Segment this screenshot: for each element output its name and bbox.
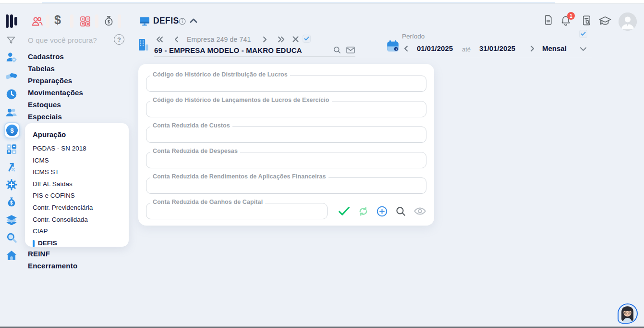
sidebar-menu-bottom: REINF Encerramento [28, 248, 77, 272]
field-conta-despesas: Conta Reduzida de Despesas [146, 152, 426, 168]
field-conta-despesas-input[interactable] [146, 152, 426, 168]
submenu-item-contr-previdenciaria[interactable]: Contr. Previdenciária [33, 202, 129, 214]
cadastros-person-gear-icon[interactable] [5, 51, 18, 65]
field-ganhos-capital-input[interactable] [146, 203, 328, 219]
form-actions [338, 205, 426, 217]
submenu-item-contr-consolidada[interactable]: Contr. Consolidada [33, 214, 129, 226]
divider [118, 14, 121, 28]
field-distribuicao-lucros-input[interactable] [146, 76, 426, 92]
period-mode-chevron-down-icon[interactable] [579, 46, 587, 54]
search-rail-icon[interactable] [6, 232, 18, 246]
refresh-button[interactable] [357, 205, 369, 217]
sidebar-item-encerramento[interactable]: Encerramento [28, 260, 77, 272]
field-conta-rendimentos: Conta Reduzida de Rendimentos de Aplicaç… [146, 177, 426, 194]
submenu-item-ciap[interactable]: CIAP [33, 226, 129, 238]
documents-icon[interactable] [543, 14, 554, 28]
submenu-title-apuracao[interactable]: Apuração [33, 129, 129, 140]
prev-period-button[interactable] [402, 44, 410, 55]
training-graduation-cap-icon[interactable] [598, 15, 612, 29]
collapse-chevron-up-icon[interactable] [189, 17, 198, 26]
layers-icon[interactable] [5, 214, 18, 228]
period-start-date[interactable]: 01/01/2025 [417, 44, 453, 52]
next-period-button[interactable] [528, 44, 536, 55]
company-search-icon[interactable] [332, 45, 342, 57]
page-title: DEFIS [153, 16, 179, 26]
confirm-check-button[interactable] [338, 205, 351, 217]
sidebar-item-cadastros[interactable]: Cadastros [28, 50, 83, 63]
money-bag-rail-icon[interactable] [6, 196, 17, 211]
company-active-checkbox[interactable] [303, 35, 311, 43]
progress-line [42, 2, 555, 3]
money-bag-quick-icon[interactable] [103, 15, 115, 30]
clear-company-button[interactable] [292, 35, 300, 45]
user-avatar[interactable] [619, 13, 637, 31]
field-label: Código do Histórico de Distribuição de L… [150, 71, 290, 78]
next-company-button[interactable] [261, 35, 268, 46]
notifications-bell-icon[interactable]: 1 [560, 14, 571, 29]
last-company-button[interactable] [277, 35, 286, 46]
calculator-quick-icon[interactable] [79, 15, 91, 29]
submenu-item-icms[interactable]: ICMS [33, 155, 129, 167]
sidebar-item-tabelas[interactable]: Tabelas [28, 63, 83, 75]
info-icon[interactable] [178, 17, 186, 27]
field-label: Conta Reduzida de Despesas [150, 148, 240, 154]
period-checkbox[interactable] [579, 30, 587, 38]
apuracao-dollar-icon-active[interactable]: $ [4, 122, 20, 139]
submenu-item-pis-cofins[interactable]: PIS e COFINS [33, 190, 129, 202]
chat-assistant-button[interactable] [618, 303, 638, 324]
sidebar-item-movimentacoes[interactable]: Movimentações [28, 87, 83, 99]
assistant-avatar [619, 304, 636, 322]
submenu-item-icms-st[interactable]: ICMS ST [33, 166, 129, 178]
defis-form-card: Código do Histórico de Distribuição de L… [138, 64, 434, 226]
sidebar-search-input[interactable]: O que você procura? [28, 36, 109, 44]
field-label: Código do Histórico de Lançamentos de Lu… [150, 97, 332, 103]
preparacoes-handshake-icon[interactable] [5, 70, 18, 84]
calendar-icon[interactable] [386, 39, 400, 54]
monitor-icon [139, 16, 150, 29]
company-counter: Empresa 249 de 741 [187, 36, 251, 43]
submenu-item-defis-selected[interactable]: DEFIS [33, 238, 129, 250]
period-until-label: até [462, 46, 471, 53]
field-label: Conta Reduzida de Ganhos de Capital [150, 199, 265, 205]
sidebar-item-estoques[interactable]: Estoques [28, 99, 83, 111]
audit-doc-search-icon[interactable] [581, 14, 592, 28]
prev-company-button[interactable] [173, 35, 181, 46]
field-conta-custos: Conta Reduzida de Custos [146, 126, 426, 143]
dollar-glyph: $ [6, 125, 18, 136]
field-conta-rendimentos-input[interactable] [146, 177, 426, 194]
company-name-field[interactable]: 69 - EMPRESA MODELO - MAKRO EDUCA [154, 46, 302, 54]
add-button[interactable] [376, 205, 388, 217]
search-button[interactable] [395, 205, 407, 217]
trending-percent-icon[interactable] [6, 161, 17, 175]
help-question-icon[interactable]: ? [114, 34, 124, 45]
period-underline [401, 57, 592, 57]
movimentacoes-clock-icon[interactable] [5, 88, 18, 102]
especiais-people-icon[interactable] [5, 106, 18, 121]
field-label: Conta Reduzida de Custos [150, 122, 232, 129]
sidebar-item-reinf[interactable]: REINF [28, 248, 77, 260]
field-lancamentos-lucros-input[interactable] [146, 101, 426, 117]
submenu-item-difal-saidas[interactable]: DIFAL Saídas [33, 178, 129, 190]
envelope-icon[interactable] [346, 46, 355, 56]
submenu-item-pgdas[interactable]: PGDAS - SN 2018 [33, 143, 129, 155]
gear-crosshair-icon[interactable] [5, 178, 18, 193]
field-ganhos-capital: Conta Reduzida de Ganhos de Capital [146, 203, 328, 219]
dollar-quick-icon[interactable]: $ [54, 13, 61, 27]
divider [46, 14, 49, 28]
home-icon[interactable] [5, 249, 18, 264]
building-icon [137, 38, 149, 53]
sidebar-menu: Cadastros Tabelas Preparações Movimentaç… [28, 50, 83, 123]
divider [70, 14, 73, 28]
sidebar-item-especiais[interactable]: Especiais [28, 111, 83, 123]
first-company-button[interactable] [155, 35, 164, 46]
field-conta-custos-input[interactable] [146, 126, 426, 143]
view-eye-button[interactable] [413, 205, 426, 217]
period-mode-select[interactable]: Mensal [542, 44, 567, 52]
filter-funnel-icon[interactable] [6, 36, 16, 47]
makro-logo[interactable] [5, 14, 19, 28]
period-label: Período [402, 33, 425, 40]
clients-icon[interactable] [31, 15, 44, 30]
sidebar-item-preparacoes[interactable]: Preparações [28, 75, 83, 87]
period-end-date[interactable]: 31/01/2025 [479, 44, 515, 52]
calculator-rail-icon[interactable] [5, 143, 18, 157]
